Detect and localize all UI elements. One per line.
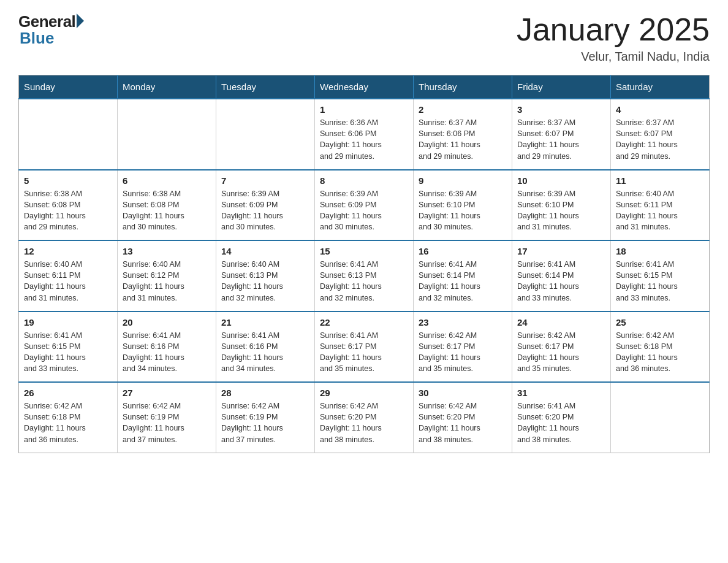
day-number: 13 [123,246,211,256]
logo-blue-text: Blue [18,29,54,48]
day-info: Sunrise: 6:42 AM Sunset: 6:19 PM Dayligh… [221,400,309,445]
calendar-cell: 15Sunrise: 6:41 AM Sunset: 6:13 PM Dayli… [315,240,414,312]
calendar-cell: 23Sunrise: 6:42 AM Sunset: 6:17 PM Dayli… [414,312,512,383]
day-number: 29 [320,388,408,398]
calendar-header-sunday: Sunday [19,75,118,99]
calendar-cell: 13Sunrise: 6:40 AM Sunset: 6:12 PM Dayli… [118,240,216,312]
calendar-cell: 1Sunrise: 6:36 AM Sunset: 6:06 PM Daylig… [315,99,414,170]
day-number: 6 [123,175,211,186]
day-info: Sunrise: 6:41 AM Sunset: 6:13 PM Dayligh… [320,259,408,304]
location: Velur, Tamil Nadu, India [517,50,710,64]
day-number: 10 [517,175,605,186]
calendar-cell: 21Sunrise: 6:41 AM Sunset: 6:16 PM Dayli… [216,312,315,383]
day-info: Sunrise: 6:39 AM Sunset: 6:09 PM Dayligh… [320,188,408,233]
day-number: 20 [123,317,211,327]
day-info: Sunrise: 6:41 AM Sunset: 6:14 PM Dayligh… [517,259,605,304]
day-info: Sunrise: 6:40 AM Sunset: 6:11 PM Dayligh… [616,188,704,233]
day-info: Sunrise: 6:41 AM Sunset: 6:17 PM Dayligh… [320,330,408,375]
day-info: Sunrise: 6:41 AM Sunset: 6:16 PM Dayligh… [221,330,309,375]
calendar-cell: 26Sunrise: 6:42 AM Sunset: 6:18 PM Dayli… [19,382,118,453]
day-info: Sunrise: 6:38 AM Sunset: 6:08 PM Dayligh… [24,188,112,233]
day-info: Sunrise: 6:42 AM Sunset: 6:17 PM Dayligh… [517,330,605,375]
calendar-cell: 12Sunrise: 6:40 AM Sunset: 6:11 PM Dayli… [19,240,118,312]
calendar-week-1: 1Sunrise: 6:36 AM Sunset: 6:06 PM Daylig… [19,99,710,170]
calendar-cell: 27Sunrise: 6:42 AM Sunset: 6:19 PM Dayli… [118,382,216,453]
calendar-cell: 4Sunrise: 6:37 AM Sunset: 6:07 PM Daylig… [611,99,710,170]
day-info: Sunrise: 6:38 AM Sunset: 6:08 PM Dayligh… [123,188,211,233]
day-number: 14 [221,246,309,256]
calendar-cell: 11Sunrise: 6:40 AM Sunset: 6:11 PM Dayli… [611,170,710,241]
day-number: 18 [616,246,704,256]
calendar-header-row: SundayMondayTuesdayWednesdayThursdayFrid… [19,75,710,99]
calendar-cell: 30Sunrise: 6:42 AM Sunset: 6:20 PM Dayli… [414,382,512,453]
day-number: 23 [419,317,507,327]
day-info: Sunrise: 6:40 AM Sunset: 6:13 PM Dayligh… [221,259,309,304]
calendar-cell: 9Sunrise: 6:39 AM Sunset: 6:10 PM Daylig… [414,170,512,241]
day-number: 3 [517,104,605,115]
day-number: 19 [24,317,112,327]
day-info: Sunrise: 6:36 AM Sunset: 6:06 PM Dayligh… [320,117,408,162]
calendar-week-5: 26Sunrise: 6:42 AM Sunset: 6:18 PM Dayli… [19,382,710,453]
calendar-cell: 20Sunrise: 6:41 AM Sunset: 6:16 PM Dayli… [118,312,216,383]
day-number: 22 [320,317,408,327]
calendar-cell: 16Sunrise: 6:41 AM Sunset: 6:14 PM Dayli… [414,240,512,312]
day-number: 2 [419,104,507,115]
calendar-cell: 24Sunrise: 6:42 AM Sunset: 6:17 PM Dayli… [512,312,611,383]
calendar-cell: 17Sunrise: 6:41 AM Sunset: 6:14 PM Dayli… [512,240,611,312]
calendar-cell: 6Sunrise: 6:38 AM Sunset: 6:08 PM Daylig… [118,170,216,241]
calendar-cell: 29Sunrise: 6:42 AM Sunset: 6:20 PM Dayli… [315,382,414,453]
day-info: Sunrise: 6:41 AM Sunset: 6:16 PM Dayligh… [123,330,211,375]
page-header: General Blue January 2025 Velur, Tamil N… [18,12,710,64]
calendar-cell [611,382,710,453]
day-number: 1 [320,104,408,115]
calendar-cell: 5Sunrise: 6:38 AM Sunset: 6:08 PM Daylig… [19,170,118,241]
day-number: 27 [123,388,211,398]
day-number: 4 [616,104,704,115]
calendar-cell: 2Sunrise: 6:37 AM Sunset: 6:06 PM Daylig… [414,99,512,170]
day-number: 9 [419,175,507,186]
calendar-cell: 14Sunrise: 6:40 AM Sunset: 6:13 PM Dayli… [216,240,315,312]
day-number: 15 [320,246,408,256]
day-info: Sunrise: 6:41 AM Sunset: 6:15 PM Dayligh… [24,330,112,375]
calendar-cell: 8Sunrise: 6:39 AM Sunset: 6:09 PM Daylig… [315,170,414,241]
calendar-header-saturday: Saturday [611,75,710,99]
day-number: 16 [419,246,507,256]
day-info: Sunrise: 6:42 AM Sunset: 6:20 PM Dayligh… [320,400,408,445]
day-info: Sunrise: 6:42 AM Sunset: 6:17 PM Dayligh… [419,330,507,375]
day-info: Sunrise: 6:37 AM Sunset: 6:07 PM Dayligh… [517,117,605,162]
day-info: Sunrise: 6:37 AM Sunset: 6:07 PM Dayligh… [616,117,704,162]
day-number: 17 [517,246,605,256]
calendar-week-3: 12Sunrise: 6:40 AM Sunset: 6:11 PM Dayli… [19,240,710,312]
calendar-cell: 31Sunrise: 6:41 AM Sunset: 6:20 PM Dayli… [512,382,611,453]
day-number: 21 [221,317,309,327]
day-info: Sunrise: 6:39 AM Sunset: 6:10 PM Dayligh… [517,188,605,233]
day-number: 26 [24,388,112,398]
day-number: 5 [24,175,112,186]
day-number: 7 [221,175,309,186]
calendar-table: SundayMondayTuesdayWednesdayThursdayFrid… [18,75,710,453]
day-info: Sunrise: 6:37 AM Sunset: 6:06 PM Dayligh… [419,117,507,162]
day-info: Sunrise: 6:42 AM Sunset: 6:20 PM Dayligh… [419,400,507,445]
day-number: 8 [320,175,408,186]
calendar-header-thursday: Thursday [414,75,512,99]
day-info: Sunrise: 6:42 AM Sunset: 6:18 PM Dayligh… [616,330,704,375]
calendar-cell: 25Sunrise: 6:42 AM Sunset: 6:18 PM Dayli… [611,312,710,383]
day-number: 11 [616,175,704,186]
calendar-header-friday: Friday [512,75,611,99]
calendar-cell [118,99,216,170]
calendar-cell: 7Sunrise: 6:39 AM Sunset: 6:09 PM Daylig… [216,170,315,241]
calendar-header-wednesday: Wednesday [315,75,414,99]
calendar-week-2: 5Sunrise: 6:38 AM Sunset: 6:08 PM Daylig… [19,170,710,241]
calendar-header-tuesday: Tuesday [216,75,315,99]
day-info: Sunrise: 6:40 AM Sunset: 6:12 PM Dayligh… [123,259,211,304]
calendar-cell: 3Sunrise: 6:37 AM Sunset: 6:07 PM Daylig… [512,99,611,170]
calendar-cell: 22Sunrise: 6:41 AM Sunset: 6:17 PM Dayli… [315,312,414,383]
day-info: Sunrise: 6:39 AM Sunset: 6:09 PM Dayligh… [221,188,309,233]
day-number: 12 [24,246,112,256]
day-info: Sunrise: 6:39 AM Sunset: 6:10 PM Dayligh… [419,188,507,233]
day-info: Sunrise: 6:42 AM Sunset: 6:19 PM Dayligh… [123,400,211,445]
day-number: 25 [616,317,704,327]
calendar-cell: 10Sunrise: 6:39 AM Sunset: 6:10 PM Dayli… [512,170,611,241]
day-number: 24 [517,317,605,327]
logo-triangle-icon [77,13,84,28]
